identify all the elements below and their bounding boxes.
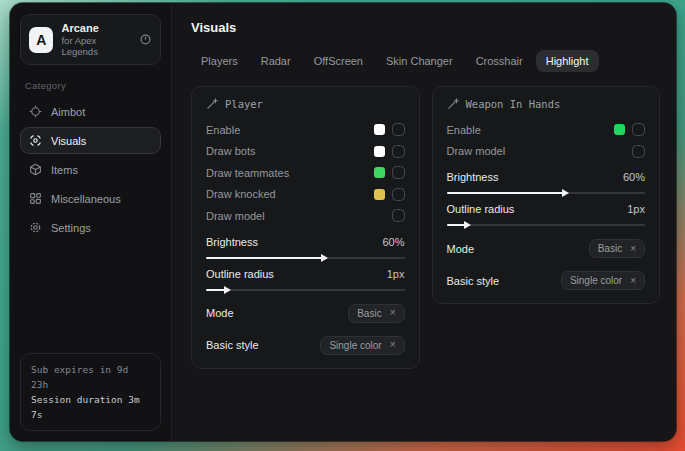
sub-expires-text: Sub expires in 9d 23h xyxy=(31,362,150,392)
gear-icon xyxy=(29,221,42,234)
toggle-label: Enable xyxy=(206,124,240,136)
remove-tag-icon[interactable]: × xyxy=(630,276,636,286)
slider-track[interactable] xyxy=(447,192,646,194)
slider-track[interactable] xyxy=(206,257,405,259)
basic-style-select-row: Basic style Single color × xyxy=(206,336,405,355)
account-text: Arcane for Apex Legends xyxy=(61,22,131,57)
slider-track[interactable] xyxy=(206,289,405,291)
app-name: Arcane xyxy=(61,22,131,34)
player-panel-header: Player xyxy=(206,98,405,110)
cube-icon xyxy=(29,163,42,176)
tab-highlight[interactable]: Highlight xyxy=(536,50,599,72)
sidebar: A Arcane for Apex Legends Category xyxy=(10,3,172,441)
brightness-slider-group: Brightness 60% xyxy=(206,236,405,259)
tab-crosshair[interactable]: Crosshair xyxy=(466,50,533,72)
checkbox[interactable] xyxy=(632,145,645,158)
sidebar-item-settings[interactable]: Settings xyxy=(20,214,161,241)
app-subtitle: for Apex Legends xyxy=(61,35,131,57)
wand-icon xyxy=(447,98,459,110)
tab-players[interactable]: Players xyxy=(191,50,248,72)
slider-label: Outline radius xyxy=(206,268,274,280)
toggle-row: Enable xyxy=(206,119,405,141)
panel-title: Weapon In Hands xyxy=(466,98,561,110)
checkbox[interactable] xyxy=(392,188,405,201)
toggle-row: Draw model xyxy=(206,205,405,227)
basic-style-pill[interactable]: Single color × xyxy=(320,336,404,355)
slider-track[interactable] xyxy=(447,224,646,226)
select-label: Basic style xyxy=(447,275,500,287)
sidebar-nav: Aimbot Visuals xyxy=(20,98,161,241)
color-swatch[interactable] xyxy=(374,189,385,200)
slider-value: 60% xyxy=(623,171,645,183)
brightness-slider-group: Brightness 60% xyxy=(447,171,646,194)
tab-skin-changer[interactable]: Skin Changer xyxy=(376,50,463,72)
color-swatch[interactable] xyxy=(614,124,625,135)
mode-pill[interactable]: Basic × xyxy=(348,304,404,323)
tab-offscreen[interactable]: OffScreen xyxy=(304,50,373,72)
sidebar-item-label: Settings xyxy=(51,222,91,234)
basic-style-select-row: Basic style Single color × xyxy=(447,271,646,290)
pill-value: Single color xyxy=(329,340,381,351)
panel-title: Player xyxy=(225,98,263,110)
checkbox[interactable] xyxy=(632,123,645,136)
toggle-label: Draw teammates xyxy=(206,167,289,179)
player-panel: Player Enable Draw bots xyxy=(191,86,420,369)
outline-radius-slider-group: Outline radius 1px xyxy=(447,203,646,226)
checkbox[interactable] xyxy=(392,209,405,222)
slider-thumb[interactable] xyxy=(224,286,231,294)
select-label: Basic style xyxy=(206,339,259,351)
sidebar-item-label: Miscellaneous xyxy=(51,193,121,205)
toggle-label: Draw model xyxy=(447,145,506,157)
slider-fill xyxy=(447,192,566,194)
weapon-panel-header: Weapon In Hands xyxy=(447,98,646,110)
desktop-background: A Arcane for Apex Legends Category xyxy=(0,0,685,451)
toggle-label: Enable xyxy=(447,124,481,136)
remove-tag-icon[interactable]: × xyxy=(630,244,636,254)
toggle-label: Draw model xyxy=(206,210,265,222)
checkbox[interactable] xyxy=(392,123,405,136)
slider-label: Outline radius xyxy=(447,203,515,215)
color-swatch[interactable] xyxy=(374,167,385,178)
color-swatch[interactable] xyxy=(374,124,385,135)
toggle-row: Enable xyxy=(447,119,646,141)
mode-select-row: Mode Basic × xyxy=(206,304,405,323)
mode-pill[interactable]: Basic × xyxy=(589,239,645,258)
sidebar-item-miscellaneous[interactable]: Miscellaneous xyxy=(20,185,161,212)
pill-value: Single color xyxy=(570,275,622,286)
account-card[interactable]: A Arcane for Apex Legends xyxy=(20,14,161,65)
checkbox[interactable] xyxy=(392,145,405,158)
checkbox[interactable] xyxy=(392,166,405,179)
wand-icon xyxy=(206,98,218,110)
toggle-label: Draw bots xyxy=(206,145,256,157)
crosshair-icon xyxy=(29,105,42,118)
slider-label: Brightness xyxy=(206,236,258,248)
sidebar-item-aimbot[interactable]: Aimbot xyxy=(20,98,161,125)
category-label: Category xyxy=(25,80,156,91)
slider-thumb[interactable] xyxy=(321,254,328,262)
tab-radar[interactable]: Radar xyxy=(251,50,301,72)
slider-fill xyxy=(206,257,325,259)
mode-select-row: Mode Basic × xyxy=(447,239,646,258)
slider-thumb[interactable] xyxy=(562,189,569,197)
scan-eye-icon xyxy=(29,134,42,147)
weapon-in-hands-panel: Weapon In Hands Enable Draw model xyxy=(432,86,661,304)
power-icon[interactable] xyxy=(139,33,152,46)
basic-style-pill[interactable]: Single color × xyxy=(561,271,645,290)
slider-value: 60% xyxy=(382,236,404,248)
slider-value: 1px xyxy=(387,268,405,280)
session-duration-text: Session duration 3m 7s xyxy=(31,392,150,422)
outline-radius-slider-group: Outline radius 1px xyxy=(206,268,405,291)
sidebar-item-items[interactable]: Items xyxy=(20,156,161,183)
remove-tag-icon[interactable]: × xyxy=(390,340,396,350)
remove-tag-icon[interactable]: × xyxy=(390,308,396,318)
grid-icon xyxy=(29,192,42,205)
color-swatch[interactable] xyxy=(374,146,385,157)
pill-value: Basic xyxy=(357,308,381,319)
app-logo: A xyxy=(29,27,53,53)
select-label: Mode xyxy=(447,243,475,255)
toggle-row: Draw bots xyxy=(206,141,405,163)
select-label: Mode xyxy=(206,307,234,319)
sidebar-item-label: Items xyxy=(51,164,78,176)
sidebar-item-visuals[interactable]: Visuals xyxy=(20,127,161,154)
slider-thumb[interactable] xyxy=(464,221,471,229)
